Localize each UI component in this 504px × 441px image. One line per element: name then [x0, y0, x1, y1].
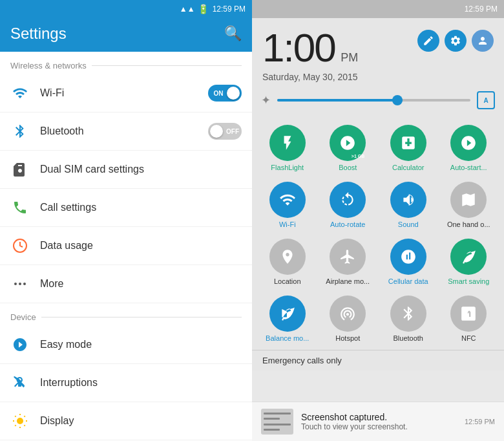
sound-label: Sound — [398, 220, 419, 228]
status-time-left: 12:59 PM — [213, 5, 246, 14]
easy-mode-icon — [10, 335, 30, 354]
boost-label: Boost — [339, 164, 357, 171]
svg-point-4 — [17, 418, 23, 424]
quick-item-boost[interactable]: >1 GB Boost — [318, 120, 379, 177]
section-wireless: Wireless & networks — [0, 52, 252, 74]
brightness-thumb — [392, 95, 403, 105]
wifi-icon — [10, 83, 30, 103]
notif-status-time: 12:59 PM — [465, 5, 498, 14]
quick-item-flashlight[interactable]: FlashLight — [257, 120, 318, 177]
easy-mode-label: Easy mode — [40, 339, 242, 350]
flashlight-circle — [269, 125, 306, 161]
notification-panel: 12:59 PM 1:00 PM Saturday, May 30, 2015 … — [252, 0, 504, 441]
notification-time: 12:59 PM — [465, 418, 495, 425]
autorotate-label: Auto-rotate — [330, 220, 365, 228]
notif-header: 1:00 PM Saturday, May 30, 2015 — [252, 18, 504, 86]
settings-title: Settings — [10, 25, 67, 43]
quick-item-autorotate[interactable]: Auto-rotate — [318, 177, 379, 233]
settings-item-interruptions[interactable]: Interruptions — [0, 364, 252, 402]
settings-item-dual-sim[interactable]: Dual SIM card settings — [0, 151, 252, 189]
svg-point-2 — [19, 283, 21, 285]
auto-brightness-icon[interactable]: A — [477, 91, 495, 109]
quick-item-bluetooth-qs[interactable]: Bluetooth — [378, 290, 439, 347]
calculator-label: Calculator — [392, 164, 425, 171]
quick-item-airplane[interactable]: Airplane mo... — [318, 233, 379, 290]
quick-item-onehand[interactable]: One hand o... — [439, 177, 499, 233]
wifi-label: Wi-Fi — [40, 87, 198, 99]
autostart-label: Auto-start... — [450, 164, 487, 171]
notification-subtitle: Touch to view your screenshot. — [301, 422, 457, 431]
settings-header: Settings 🔍 — [0, 18, 252, 52]
interruptions-label: Interruptions — [40, 377, 242, 389]
quick-item-calculator[interactable]: Calculator — [378, 120, 439, 177]
calculator-circle — [390, 125, 426, 161]
settings-icon-btn[interactable] — [445, 30, 467, 52]
quick-item-hotspot[interactable]: Hotspot — [318, 290, 379, 347]
location-circle — [269, 239, 306, 275]
boost-circle: >1 GB — [330, 125, 366, 161]
brightness-bar: ✦ A — [252, 86, 504, 114]
settings-item-data-usage[interactable]: Data usage — [0, 227, 252, 265]
bluetooth-toggle[interactable]: OFF — [208, 123, 242, 140]
time-large: 1:00 PM — [262, 25, 358, 70]
bluetooth-qs-circle — [390, 296, 426, 332]
settings-item-call[interactable]: Call settings — [0, 189, 252, 227]
quick-item-wifi[interactable]: Wi-Fi — [257, 177, 318, 233]
sound-circle — [390, 182, 426, 218]
onehand-label: One hand o... — [447, 220, 490, 228]
quick-item-sound[interactable]: Sound — [378, 177, 439, 233]
nfc-circle — [450, 296, 487, 332]
nfc-label: NFC — [461, 334, 476, 342]
header-icons — [417, 25, 494, 52]
screenshot-notification[interactable]: Screenshot captured. Touch to view your … — [252, 402, 504, 441]
quick-item-location[interactable]: Location — [257, 233, 318, 290]
quick-item-cellular[interactable]: Cellular data — [378, 233, 439, 290]
settings-panel: ▲▲ 🔋 12:59 PM Settings 🔍 Wireless & netw… — [0, 0, 252, 441]
search-icon[interactable]: 🔍 — [224, 25, 242, 42]
airplane-label: Airplane mo... — [326, 277, 370, 285]
notification-title: Screenshot captured. — [301, 412, 457, 422]
airplane-circle — [330, 239, 366, 275]
notification-content: Screenshot captured. Touch to view your … — [301, 412, 457, 431]
call-icon — [10, 198, 30, 217]
status-bar-left: ▲▲ 🔋 12:59 PM — [0, 0, 252, 18]
quick-item-nfc[interactable]: NFC — [439, 290, 499, 347]
wifi-toggle[interactable]: ON — [208, 85, 242, 102]
quick-item-smartsaving[interactable]: Smart saving — [439, 233, 499, 290]
hotspot-circle — [330, 296, 366, 332]
data-usage-label: Data usage — [40, 240, 242, 252]
smartsaving-label: Smart saving — [448, 277, 489, 285]
smartsaving-circle — [450, 239, 487, 275]
quick-item-autostart[interactable]: Auto-start... — [439, 120, 499, 177]
call-settings-label: Call settings — [40, 202, 242, 213]
brightness-track[interactable] — [277, 99, 470, 102]
status-icons: ▲▲ 🔋 — [180, 4, 209, 14]
more-icon — [10, 274, 30, 294]
edit-icon-btn[interactable] — [417, 30, 439, 52]
wifi-circle — [269, 182, 306, 218]
balance-circle — [269, 296, 306, 332]
brightness-low-icon: ✦ — [261, 93, 271, 107]
settings-item-more[interactable]: More — [0, 265, 252, 303]
dual-sim-label: Dual SIM card settings — [40, 164, 242, 175]
settings-item-display[interactable]: Display — [0, 402, 252, 440]
notif-status-bar: 12:59 PM — [252, 0, 504, 18]
svg-point-3 — [23, 283, 26, 285]
cellular-label: Cellular data — [388, 277, 428, 285]
profile-icon-btn[interactable] — [472, 30, 494, 52]
bluetooth-qs-label: Bluetooth — [394, 334, 423, 342]
qs-wifi-label: Wi-Fi — [279, 220, 296, 228]
hotspot-label: Hotspot — [335, 334, 360, 342]
settings-item-bluetooth[interactable]: Bluetooth OFF — [0, 113, 252, 151]
brightness-fill — [277, 99, 403, 102]
settings-item-easy-mode[interactable]: Easy mode — [0, 326, 252, 364]
display-label: Display — [40, 415, 242, 427]
location-label: Location — [274, 277, 301, 285]
interruptions-icon — [10, 373, 30, 393]
flashlight-label: FlashLight — [271, 164, 304, 171]
section-device: Device — [0, 303, 252, 326]
bluetooth-label: Bluetooth — [40, 125, 198, 137]
quick-settings-grid: FlashLight >1 GB Boost Calculator Auto-s… — [252, 114, 504, 350]
quick-item-balance[interactable]: Balance mo... — [257, 290, 318, 347]
settings-item-wifi[interactable]: Wi-Fi ON — [0, 74, 252, 113]
